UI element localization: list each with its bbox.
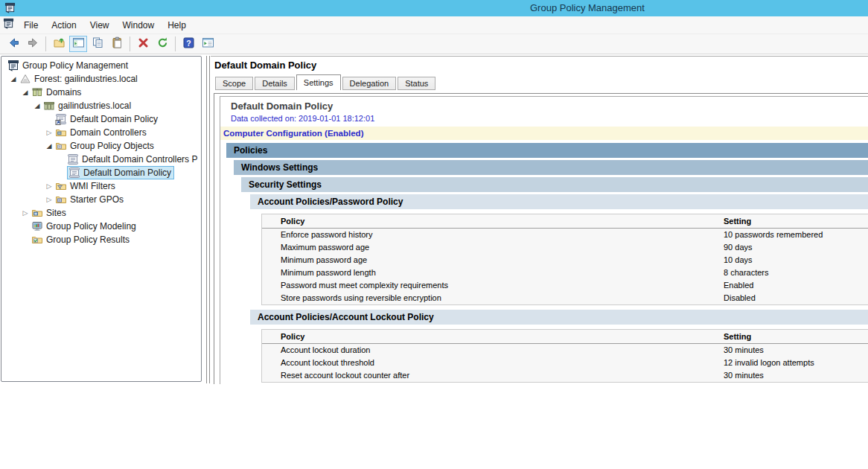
back-icon <box>7 36 20 52</box>
forward-button[interactable] <box>24 36 42 52</box>
tree-item-label: Forest: gailindustries.local <box>34 74 138 84</box>
expander-collapsed-icon[interactable]: ▷ <box>19 209 31 217</box>
tree-item-forest[interactable]: ◢ Forest: gailindustries.local <box>1 72 201 86</box>
new-window-button[interactable] <box>199 36 217 52</box>
table-row: Enforce password history10 passwords rem… <box>262 229 868 241</box>
menu-view[interactable]: View <box>83 18 116 33</box>
tree-item-starter-gpos[interactable]: ▷ Starter GPOs <box>1 193 201 206</box>
expander-collapsed-icon[interactable]: ▷ <box>43 129 55 136</box>
results-icon <box>31 234 43 246</box>
tree-item-default-domain-policy-link[interactable]: Default Domain Policy <box>1 112 201 126</box>
section-banner-security-settings[interactable]: Security Settings <box>241 177 868 192</box>
help-button[interactable]: ? <box>179 36 197 52</box>
show-console-tree-icon <box>72 36 85 52</box>
report-collected-timestamp: Data collected on: 2019-01-01 18:12:01 <box>231 114 868 123</box>
back-button[interactable] <box>4 36 22 52</box>
section-banner-password-policy[interactable]: Account Policies/Password Policy <box>250 194 868 209</box>
policy-cell: Minimum password age <box>262 254 724 267</box>
section-banner-account-lockout-policy[interactable]: Account Policies/Account Lockout Policy <box>250 310 868 325</box>
table-row: Maximum password age90 days <box>262 241 868 254</box>
domain-icon <box>43 100 55 112</box>
title-bar: Group Policy Management <box>0 0 868 16</box>
gpo-icon <box>68 167 80 179</box>
gpo-icon <box>67 153 79 165</box>
copy-icon <box>92 36 104 52</box>
tree-item-group-policy-modeling[interactable]: Group Policy Modeling <box>1 220 201 233</box>
gpo-folder-icon <box>55 140 67 152</box>
policy-cell: Reset account lockout counter after <box>262 369 724 382</box>
policy-cell: Maximum password age <box>262 241 724 254</box>
tab-status[interactable]: Status <box>398 77 435 90</box>
tree-item-label: gailindustries.local <box>58 100 131 111</box>
tab-details[interactable]: Details <box>255 77 295 90</box>
section-banner-windows-settings[interactable]: Windows Settings <box>234 160 868 175</box>
tree-item-label: Starter GPOs <box>70 194 124 205</box>
tree-item-gpm-root[interactable]: Group Policy Management <box>1 59 201 72</box>
tree-item-group-policy-objects[interactable]: ◢ Group Policy Objects <box>1 139 201 153</box>
table-row: Reset account lockout counter after30 mi… <box>262 369 868 382</box>
column-header-setting: Setting <box>724 330 868 343</box>
paste-button[interactable] <box>108 36 126 52</box>
toolbar-separator <box>130 36 130 51</box>
table-row: Minimum password length8 characters <box>262 267 868 279</box>
expander-expanded-icon[interactable]: ◢ <box>7 75 19 83</box>
menu-window[interactable]: Window <box>116 18 162 33</box>
forest-icon <box>19 73 31 85</box>
expander-expanded-icon[interactable]: ◢ <box>43 142 55 150</box>
column-header-policy: Policy <box>262 330 724 343</box>
tab-scope[interactable]: Scope <box>215 77 253 90</box>
setting-cell: Enabled <box>724 279 868 292</box>
tree-item-default-domain-controllers-policy[interactable]: Default Domain Controllers P <box>1 153 201 166</box>
tree-item-label: WMI Filters <box>70 181 115 191</box>
toolbar-separator <box>175 36 176 51</box>
gpmc-icon <box>7 60 19 71</box>
table-header-row: Policy Setting <box>262 214 868 229</box>
table-row: Password must meet complexity requiremen… <box>262 279 868 292</box>
tab-settings[interactable]: Settings <box>296 74 341 90</box>
tab-bar: Scope Details Settings Delegation Status <box>215 74 437 90</box>
help-icon: ? <box>182 36 195 52</box>
export-list-icon <box>53 36 66 52</box>
section-banner-policies[interactable]: Policies <box>226 143 868 158</box>
tree-item-group-policy-results[interactable]: Group Policy Results <box>1 233 201 246</box>
expander-expanded-icon[interactable]: ◢ <box>19 89 31 96</box>
pane-splitter[interactable] <box>206 56 207 383</box>
pane-splitter[interactable] <box>209 56 210 383</box>
setting-cell: 10 passwords remembered <box>724 229 868 241</box>
show-console-tree-button[interactable] <box>69 36 87 52</box>
tree-item-label: Domains <box>46 87 81 98</box>
refresh-button[interactable] <box>153 36 171 52</box>
tab-delegation[interactable]: Delegation <box>342 77 397 90</box>
tree-item-domain[interactable]: ◢ gailindustries.local <box>1 99 201 112</box>
tree-selection[interactable]: Default Domain Policy <box>67 166 174 179</box>
policy-cell: Password must meet complexity requiremen… <box>262 279 724 292</box>
ou-folder-icon <box>55 127 67 138</box>
delete-button[interactable] <box>134 36 152 52</box>
tree-item-sites[interactable]: ▷ Sites <box>1 206 201 220</box>
menu-help[interactable]: Help <box>161 18 193 33</box>
policy-cell: Account lockout threshold <box>262 357 724 369</box>
computer-configuration-banner[interactable]: Computer Configuration (Enabled) <box>220 127 868 140</box>
tree-item-domains[interactable]: ◢ Domains <box>1 86 201 99</box>
export-list-button[interactable] <box>50 36 68 52</box>
settings-report-frame: Default Domain Policy Data collected on:… <box>214 93 868 384</box>
domains-icon <box>31 86 43 98</box>
tree-item-label: Default Domain Policy <box>70 114 158 124</box>
policy-cell: Enforce password history <box>262 229 724 241</box>
window-title: Group Policy Management <box>530 2 645 13</box>
expander-expanded-icon[interactable]: ◢ <box>31 102 43 109</box>
expander-collapsed-icon[interactable]: ▷ <box>43 196 55 203</box>
sites-folder-icon <box>31 207 43 219</box>
menu-file[interactable]: File <box>17 18 45 33</box>
setting-cell: 12 invalid logon attempts <box>724 357 868 369</box>
expander-collapsed-icon[interactable]: ▷ <box>43 182 55 190</box>
tree-item-wmi-filters[interactable]: ▷ WMI Filters <box>1 179 201 193</box>
menu-action[interactable]: Action <box>45 18 83 33</box>
policy-cell: Store passwords using reversible encrypt… <box>262 292 724 304</box>
tree-item-default-domain-policy-selected[interactable]: Default Domain Policy <box>1 166 201 179</box>
copy-button[interactable] <box>89 36 106 52</box>
tree-item-label: Default Domain Policy <box>83 168 171 178</box>
column-header-setting: Setting <box>724 214 868 228</box>
console-tree: Group Policy Management ◢ Forest: gailin… <box>1 56 202 382</box>
tree-item-domain-controllers[interactable]: ▷ Domain Controllers <box>1 126 201 139</box>
